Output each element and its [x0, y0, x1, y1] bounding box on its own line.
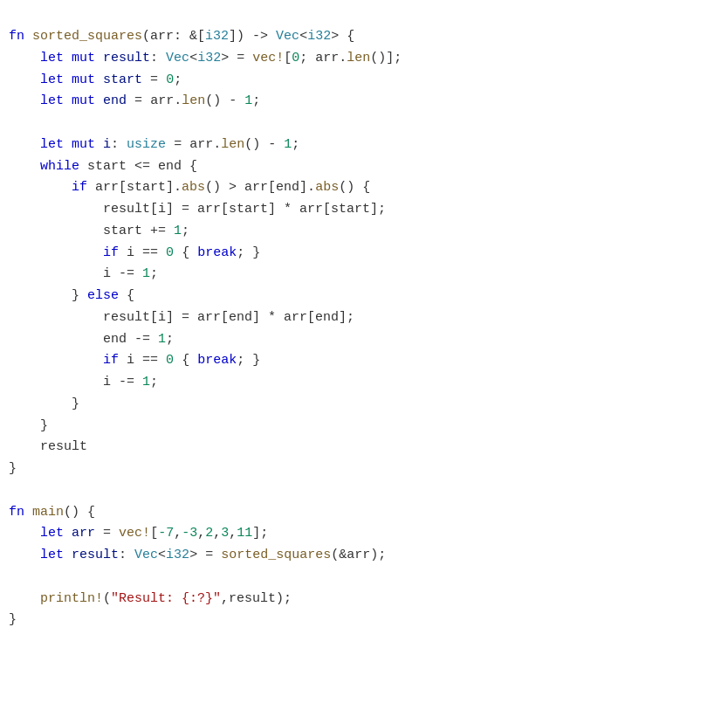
code-line-2: let mut result: Vec<i32> = vec![0; arr.l… [9, 48, 711, 70]
code-line-3: let mut start = 0; [9, 70, 711, 92]
code-line-16: if i == 0 { break; } [9, 350, 711, 372]
code-line-14: result[i] = arr[end] * arr[end]; [9, 307, 711, 329]
code-line-19: } [9, 416, 711, 438]
code-line-24: let arr = vec![-7,-3,2,3,11]; [9, 523, 711, 545]
code-line-1: fn sorted_squares(arr: &[i32]) -> Vec<i3… [9, 26, 711, 48]
code-line-5 [9, 113, 711, 134]
code-line-6: let mut i: usize = arr.len() - 1; [9, 134, 711, 156]
code-line-10: start += 1; [9, 221, 711, 243]
code-line-21: } [9, 458, 711, 480]
code-line-17: i -= 1; [9, 372, 711, 394]
code-line-25: let result: Vec<i32> = sorted_squares(&a… [9, 545, 711, 567]
code-line-28: } [9, 610, 711, 631]
code-line-9: result[i] = arr[start] * arr[start]; [9, 199, 711, 221]
code-line-26 [9, 567, 711, 589]
code-line-13: } else { [9, 286, 711, 307]
code-line-15: end -= 1; [9, 329, 711, 351]
code-line-27: println!("Result: {:?}",result); [9, 589, 711, 610]
code-line-23: fn main() { [9, 502, 711, 524]
code-line-12: i -= 1; [9, 264, 711, 286]
code-line-18: } [9, 394, 711, 416]
code-line-20: result [9, 437, 711, 458]
code-editor: fn sorted_squares(arr: &[i32]) -> Vec<i3… [9, 17, 711, 640]
code-line-11: if i == 0 { break; } [9, 243, 711, 265]
code-line-22 [9, 480, 711, 502]
code-line-7: while start <= end { [9, 156, 711, 178]
code-line-8: if arr[start].abs() > arr[end].abs() { [9, 177, 711, 199]
code-line-4: let mut end = arr.len() - 1; [9, 91, 711, 113]
